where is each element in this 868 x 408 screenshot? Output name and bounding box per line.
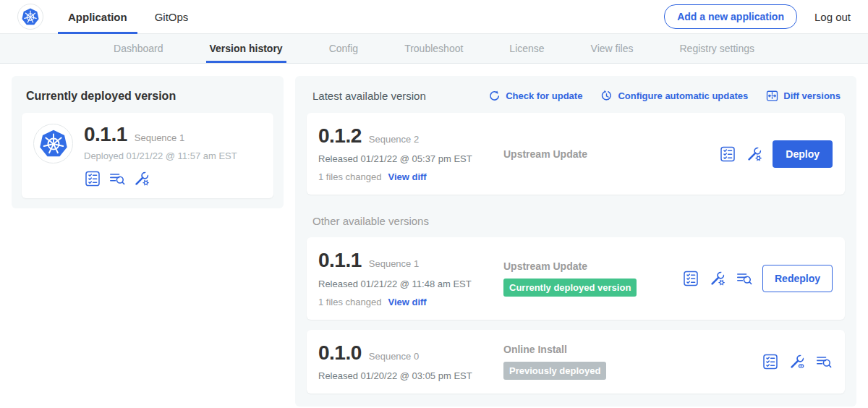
logs-icon — [815, 353, 833, 370]
config-icon[interactable] — [709, 270, 726, 287]
version-info: 0.1.1 Sequence 1 Released 01/21/22 @ 11:… — [318, 250, 503, 307]
logs-icon — [736, 270, 753, 287]
released-timestamp: Released 01/21/22 @ 05:37 pm EST — [318, 153, 503, 164]
app-logo — [33, 124, 73, 163]
subnav-license-label: License — [509, 43, 544, 54]
main-content: Currently deployed version 0.1.1 Sequenc… — [0, 64, 868, 408]
diff-icon — [766, 90, 778, 102]
version-row-0-1-0: 0.1.0 Sequence 0 Released 01/20/22 @ 03:… — [307, 330, 845, 394]
logout-button[interactable]: Log out — [814, 11, 851, 23]
checklist-icon — [84, 170, 101, 187]
wrench-gear-icon — [746, 145, 763, 163]
diff-versions-label: Diff versions — [783, 90, 841, 101]
subnav-troubleshoot[interactable]: Troubleshoot — [402, 34, 465, 63]
kubernetes-helm-icon — [38, 128, 69, 160]
checklist-icon — [719, 145, 736, 163]
wrench-gear-icon — [133, 170, 150, 187]
other-versions-title: Other available versions — [312, 215, 845, 227]
add-application-button[interactable]: Add a new application — [664, 4, 797, 29]
version-number: 0.1.2 — [318, 125, 362, 146]
checklist-icon — [682, 270, 699, 287]
config-icon[interactable] — [746, 145, 763, 163]
currently-deployed-badge: Currently deployed version — [503, 279, 637, 297]
version-actions-group: Redeploy — [682, 265, 835, 292]
config-icon[interactable] — [133, 170, 150, 187]
tab-application[interactable]: Application — [58, 0, 137, 33]
tab-gitops-label: GitOps — [155, 11, 189, 23]
currently-deployed-title: Currently deployed version — [26, 90, 273, 103]
redeploy-button[interactable]: Redeploy — [762, 265, 833, 292]
version-actions-group: Deploy — [719, 140, 835, 168]
subnav-config-label: Config — [329, 43, 358, 54]
wrench-eye-icon — [788, 353, 806, 370]
released-timestamp: Released 01/21/22 @ 11:48 am EST — [318, 279, 503, 289]
version-sequence: Sequence 0 — [369, 351, 419, 362]
deploy-logs-icon[interactable] — [815, 353, 833, 370]
deployed-sequence: Sequence 1 — [135, 132, 184, 143]
preflight-checklist-icon[interactable] — [84, 170, 101, 187]
app-subnav: Dashboard Version history Config Trouble… — [0, 34, 868, 64]
released-timestamp: Released 01/20/22 @ 03:05 pm EST — [318, 370, 503, 381]
deployed-version-info: 0.1.1 Sequence 1 Deployed 01/21/22 @ 11:… — [84, 124, 237, 187]
subnav-registry-settings[interactable]: Registry settings — [678, 34, 757, 63]
kubernetes-helm-icon — [21, 7, 40, 27]
tab-application-label: Application — [68, 11, 127, 23]
deployed-version-number: 0.1.1 — [84, 124, 127, 145]
preflight-checklist-icon[interactable] — [719, 145, 736, 163]
tab-gitops[interactable]: GitOps — [145, 0, 199, 33]
currently-deployed-panel: Currently deployed version 0.1.1 Sequenc… — [12, 76, 284, 208]
version-source: Upstream Update — [503, 148, 719, 160]
top-nav-right: Add a new application Log out — [664, 4, 851, 29]
configure-automatic-updates-label: Configure automatic updates — [618, 90, 748, 101]
check-for-update-link[interactable]: Check for update — [488, 90, 582, 102]
deploy-logs-icon[interactable] — [109, 170, 126, 187]
view-diff-link[interactable]: View diff — [388, 171, 426, 182]
version-info: 0.1.0 Sequence 0 Released 01/20/22 @ 03:… — [318, 342, 503, 381]
files-changed: 1 files changed — [318, 171, 381, 182]
preflight-checklist-icon[interactable] — [762, 353, 779, 370]
subnav-license[interactable]: License — [507, 34, 546, 63]
version-history-panel: Latest available version Check for updat… — [295, 76, 856, 407]
deployed-icon-row — [84, 170, 237, 187]
configure-automatic-updates-link[interactable]: Configure automatic updates — [600, 90, 748, 102]
view-diff-link[interactable]: View diff — [388, 297, 426, 307]
deploy-button[interactable]: Deploy — [773, 140, 833, 168]
latest-version-header: Latest available version Check for updat… — [307, 88, 845, 103]
view-config-icon[interactable] — [788, 353, 806, 370]
source-label: Upstream Update — [503, 260, 682, 272]
kots-admin-console: Application GitOps Add a new application… — [0, 0, 868, 408]
deploy-logs-icon[interactable] — [736, 270, 753, 287]
deployed-version-card: 0.1.1 Sequence 1 Deployed 01/21/22 @ 11:… — [22, 113, 273, 198]
source-label: Online Install — [503, 344, 762, 355]
version-row-0-1-2: 0.1.2 Sequence 2 Released 01/21/22 @ 05:… — [307, 113, 845, 195]
latest-version-title: Latest available version — [312, 90, 426, 102]
schedule-icon — [600, 90, 613, 102]
version-info: 0.1.2 Sequence 2 Released 01/21/22 @ 05:… — [318, 125, 503, 182]
wrench-gear-icon — [709, 270, 726, 287]
subnav-config[interactable]: Config — [327, 34, 360, 63]
subnav-version-history[interactable]: Version history — [208, 34, 285, 63]
refresh-icon — [488, 90, 501, 102]
subnav-view-files-label: View files — [591, 43, 634, 54]
version-source: Online Install Previously deployed — [503, 344, 762, 380]
previously-deployed-badge: Previously deployed — [503, 362, 606, 380]
files-changed: 1 files changed — [318, 297, 381, 307]
preflight-checklist-icon[interactable] — [682, 270, 699, 287]
logs-icon — [109, 170, 126, 187]
version-sequence: Sequence 2 — [369, 134, 419, 145]
subnav-dashboard-label: Dashboard — [114, 43, 163, 54]
subnav-dashboard[interactable]: Dashboard — [111, 34, 166, 63]
subnav-registry-settings-label: Registry settings — [680, 43, 754, 54]
subnav-view-files[interactable]: View files — [589, 34, 636, 63]
diff-versions-link[interactable]: Diff versions — [766, 90, 841, 102]
kubernetes-logo — [17, 4, 43, 30]
version-sequence: Sequence 1 — [369, 258, 419, 269]
top-nav: Application GitOps Add a new application… — [0, 0, 868, 34]
version-source: Upstream Update Currently deployed versi… — [503, 260, 682, 297]
source-label: Upstream Update — [503, 148, 719, 160]
app-tabs: Application GitOps — [58, 0, 205, 33]
version-number: 0.1.1 — [318, 250, 362, 271]
subnav-troubleshoot-label: Troubleshoot — [404, 43, 463, 54]
version-actions-group — [762, 353, 835, 370]
version-number: 0.1.0 — [318, 342, 362, 363]
